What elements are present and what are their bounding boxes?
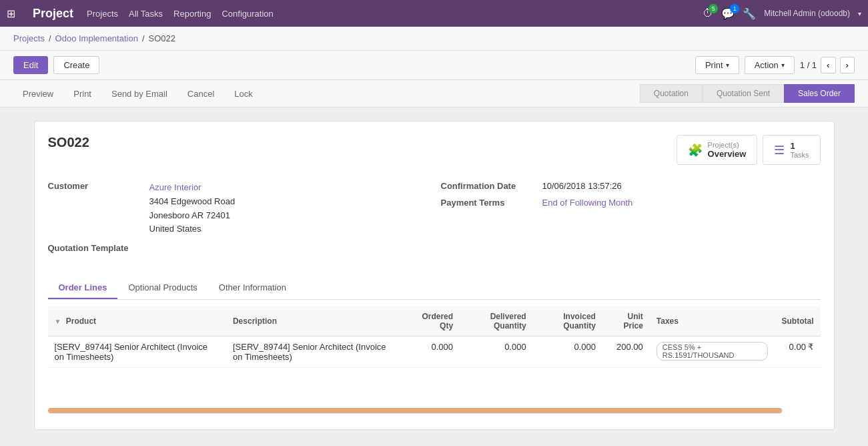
breadcrumb-sep1: /: [49, 33, 51, 43]
pipeline-quotation-sent[interactable]: Quotation Sent: [703, 84, 784, 103]
col-delivered-qty: Delivered Quantity: [460, 306, 533, 337]
breadcrumb-sep2: /: [142, 33, 145, 43]
order-table-container: ▼ Product Description Ordered Qty Delive…: [48, 300, 821, 368]
confirmation-date-label: Confirmation Date: [441, 181, 534, 191]
col-description: Description: [226, 306, 404, 337]
payment-terms-label: Payment Terms: [441, 198, 534, 208]
tasks-card-text: 1 Tasks: [790, 141, 809, 159]
projects-card-text: Project(s) Overview: [708, 141, 747, 159]
customer-name[interactable]: Azure Interior: [149, 182, 201, 192]
topnav-right: ⏱ 5 💬 1 🔧 Mitchell Admin (odoodb) ▾: [703, 7, 861, 20]
row-subtotal: 0.00 ₹: [775, 337, 820, 368]
table-header: ▼ Product Description Ordered Qty Delive…: [48, 306, 821, 337]
message-count: 1: [730, 4, 739, 13]
app-title: Project: [33, 7, 73, 21]
left-fields: Customer Azure Interior 3404 Edgewood Ro…: [48, 181, 428, 264]
breadcrumb: Projects / Odoo Implementation / SO022: [0, 27, 868, 51]
user-dropdown-icon[interactable]: ▾: [858, 10, 861, 17]
tax-badge: CESS 5% + RS.1591/THOUSAND: [657, 342, 769, 361]
nav-configuration[interactable]: Configuration: [222, 9, 273, 19]
table-body: [SERV_89744] Senior Architect (Invoice o…: [48, 337, 821, 368]
tasks-card[interactable]: ☰ 1 Tasks: [763, 135, 820, 165]
col-ordered-qty: Ordered Qty: [404, 306, 460, 337]
activity-count: 5: [709, 4, 718, 13]
tasks-label: Tasks: [790, 151, 809, 159]
customer-address-1: 3404 Edgewood Road: [149, 196, 236, 206]
pagination: 1 / 1 ‹ ›: [800, 57, 855, 73]
table-row[interactable]: [SERV_89744] Senior Architect (Invoice o…: [48, 337, 821, 368]
fields-section: Customer Azure Interior 3404 Edgewood Ro…: [48, 181, 821, 264]
col-invoiced-qty: Invoiced Quantity: [533, 306, 602, 337]
print-label: Print: [705, 60, 723, 70]
tab-order-lines[interactable]: Order Lines: [48, 277, 118, 299]
projects-card-sublabel: Overview: [708, 149, 747, 159]
table-header-row: ▼ Product Description Ordered Qty Delive…: [48, 306, 821, 337]
breadcrumb-odoo-impl[interactable]: Odoo Implementation: [55, 33, 138, 43]
order-table: ▼ Product Description Ordered Qty Delive…: [48, 306, 821, 368]
user-menu[interactable]: Mitchell Admin (odoodb): [764, 9, 850, 18]
payment-terms-row: Payment Terms End of Following Month: [441, 198, 821, 208]
activity-badge[interactable]: ⏱ 5: [703, 7, 713, 19]
puzzle-icon: 🧩: [688, 143, 703, 158]
pipeline-steps: Quotation Quotation Sent Sales Order: [640, 84, 855, 103]
tabs: Order Lines Optional Products Other Info…: [48, 277, 821, 300]
next-page-button[interactable]: ›: [840, 57, 855, 73]
nav-reporting[interactable]: Reporting: [173, 9, 211, 19]
col-unit-price: Unit Price: [602, 306, 650, 337]
tasks-count: 1: [790, 141, 809, 151]
breadcrumb-projects[interactable]: Projects: [13, 33, 45, 43]
scrollbar-container: [48, 408, 821, 416]
payment-terms-link[interactable]: End of Following Month: [542, 198, 633, 208]
action-button[interactable]: Action ▾: [745, 56, 795, 74]
nav-all-tasks[interactable]: All Tasks: [129, 9, 163, 19]
sort-icon: ▼: [55, 318, 61, 325]
template-field-row: Quotation Template: [48, 243, 428, 253]
customer-field-row: Customer Azure Interior 3404 Edgewood Ro…: [48, 181, 428, 236]
pipeline-sales-order[interactable]: Sales Order: [784, 84, 855, 103]
prev-page-button[interactable]: ‹: [821, 57, 835, 73]
list-icon: ☰: [774, 143, 785, 158]
print-button[interactable]: Print ▾: [695, 56, 739, 74]
row-ordered-qty: 0.000: [404, 337, 460, 368]
doc-action-cards: 🧩 Project(s) Overview ☰ 1 Tasks: [677, 135, 821, 165]
confirmation-date-row: Confirmation Date 10/06/2018 13:57:26: [441, 181, 821, 191]
settings-icon[interactable]: 🔧: [743, 7, 756, 20]
customer-address-2: Jonesboro AR 72401: [149, 210, 230, 220]
breadcrumb-so022: SO022: [149, 33, 175, 43]
cancel-button[interactable]: Cancel: [178, 85, 224, 103]
action-caret-icon: ▾: [781, 61, 785, 69]
tab-other-information[interactable]: Other Information: [208, 277, 297, 299]
row-delivered-qty: 0.000: [460, 337, 533, 368]
send-by-email-button[interactable]: Send by Email: [102, 85, 177, 103]
preview-button[interactable]: Preview: [13, 85, 63, 103]
print-status-button[interactable]: Print: [64, 85, 101, 103]
create-button[interactable]: Create: [53, 56, 99, 74]
nav-links: Projects All Tasks Reporting Configurati…: [87, 9, 689, 19]
grid-icon[interactable]: ⊞: [7, 7, 15, 20]
edit-button[interactable]: Edit: [13, 56, 48, 74]
nav-projects[interactable]: Projects: [87, 9, 118, 19]
document-card: SO022 🧩 Project(s) Overview ☰ 1 Tasks: [34, 121, 835, 430]
customer-country: United States: [149, 224, 201, 234]
pipeline-quotation[interactable]: Quotation: [640, 84, 703, 103]
content-area: SO022 🧩 Project(s) Overview ☰ 1 Tasks: [0, 107, 868, 443]
confirmation-date-value: 10/06/2018 13:57:26: [542, 181, 622, 191]
projects-card-label: Project(s): [708, 141, 747, 149]
row-product: [SERV_89744] Senior Architect (Invoice o…: [48, 337, 226, 368]
col-taxes: Taxes: [650, 306, 775, 337]
doc-title: SO022: [48, 135, 89, 150]
row-unit-price: 200.00: [602, 337, 650, 368]
row-invoiced-qty: 0.000: [533, 337, 602, 368]
lock-button[interactable]: Lock: [225, 85, 262, 103]
status-bar: Preview Print Send by Email Cancel Lock …: [0, 80, 868, 107]
toolbar: Edit Create Print ▾ Action ▾ 1 / 1 ‹ ›: [0, 51, 868, 80]
row-description: [SERV_89744] Senior Architect (Invoice o…: [226, 337, 404, 368]
customer-label: Customer: [48, 181, 141, 236]
payment-terms-value: End of Following Month: [542, 198, 633, 208]
tab-optional-products[interactable]: Optional Products: [117, 277, 207, 299]
message-badge[interactable]: 💬 1: [721, 7, 735, 20]
right-fields: Confirmation Date 10/06/2018 13:57:26 Pa…: [441, 181, 821, 264]
doc-header: SO022 🧩 Project(s) Overview ☰ 1 Tasks: [48, 135, 821, 165]
projects-overview-card[interactable]: 🧩 Project(s) Overview: [677, 135, 758, 165]
horizontal-scrollbar[interactable]: [48, 408, 782, 413]
